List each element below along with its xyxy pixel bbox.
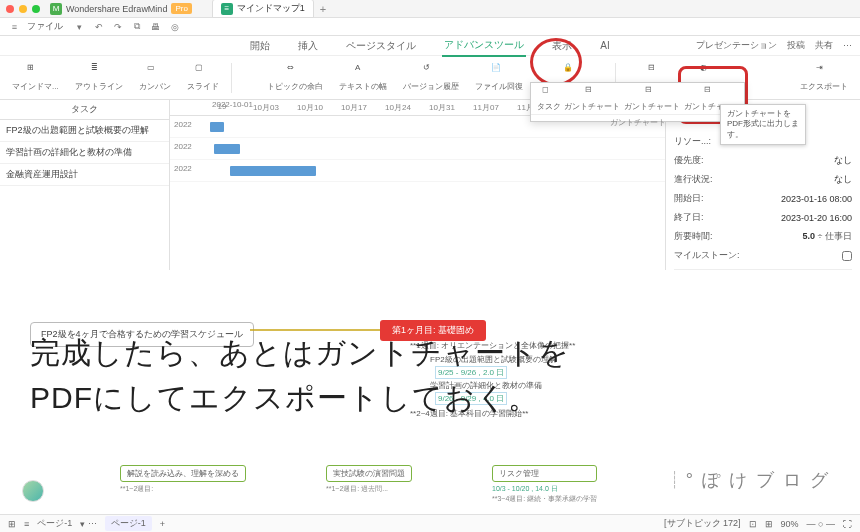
new-tab-button[interactable]: + — [320, 3, 326, 15]
mini-topic[interactable]: リスク管理 — [492, 465, 597, 482]
page-selector[interactable]: ページ-1 — [37, 517, 72, 530]
version-history[interactable]: ↺バージョン履歴 — [397, 61, 465, 94]
file-menu[interactable]: ファイル — [27, 20, 63, 33]
task-row[interactable]: 金融資産運用設計 — [0, 164, 169, 186]
add-page[interactable]: + — [160, 519, 165, 529]
close-window[interactable] — [6, 5, 14, 13]
blog-watermark: ┊° ぽ け ブ ロ グ — [666, 468, 830, 492]
text-width[interactable]: Aテキストの幅 — [333, 61, 393, 94]
dd-gantt2[interactable]: ⊟ガントチャート — [624, 85, 680, 112]
zoom-value[interactable]: 90% — [781, 519, 799, 529]
dd-gantt1[interactable]: ⊟ガントチャート — [564, 85, 620, 112]
pro-badge: Pro — [171, 3, 191, 14]
doc-tab-label: マインドマップ1 — [237, 2, 305, 15]
tab-insert[interactable]: 挿入 — [296, 36, 320, 56]
preview-icon[interactable]: ◎ — [168, 20, 181, 33]
dd-footer: ガントチャート — [531, 114, 744, 130]
menubar: ≡ ファイル ▾ ↶ ↷ ⧉ 🖶 ◎ — [0, 18, 860, 36]
duration-value[interactable]: 5.0 — [803, 231, 816, 241]
layers-icon[interactable]: ⊞ — [8, 519, 16, 529]
list-icon[interactable]: ≡ — [24, 519, 29, 529]
save-icon[interactable]: ▾ — [73, 20, 86, 33]
minimize-window[interactable] — [19, 5, 27, 13]
app-title: Wondershare EdrawMind — [66, 4, 167, 14]
tab-view[interactable]: 表示 — [550, 36, 574, 56]
task-row[interactable]: 学習計画の詳細化と教材の準備 — [0, 142, 169, 164]
header-actions: プレゼンテーション 投稿 共有 ⋯ — [696, 39, 852, 52]
tab-pagestyle[interactable]: ページスタイル — [344, 36, 418, 56]
more-icon[interactable]: ⋯ — [843, 41, 852, 51]
tab-advanced[interactable]: アドバンスツール — [442, 35, 526, 57]
document-tab[interactable]: ≡ マインドマップ1 — [212, 0, 314, 18]
gantt-dropdown: ◻タスク ⊟ガントチャート ⊟ガントチャート ⊟ガントチャー... ガントチャー… — [530, 82, 745, 122]
tab-start[interactable]: 開始 — [248, 36, 272, 56]
ribbon-tabs: 開始 挿入 ページスタイル アドバンスツール 表示 AI プレゼンテーション 投… — [0, 36, 860, 56]
view-kanban[interactable]: ▭カンバン — [133, 61, 177, 94]
end-label: 終了日: — [674, 211, 704, 224]
menu-icon[interactable]: ≡ — [8, 20, 21, 33]
redo-icon[interactable]: ↷ — [111, 20, 124, 33]
presentation-button[interactable]: プレゼンテーション — [696, 39, 777, 52]
task-row[interactable]: FP2級の出題範囲と試験概要の理解 — [0, 120, 169, 142]
progress-label: 進行状況: — [674, 173, 713, 186]
fit-icon[interactable]: ⊡ — [749, 519, 757, 529]
view-slide[interactable]: ▢スライド — [181, 61, 225, 94]
milestone-checkbox[interactable] — [842, 251, 852, 261]
app-icon: M — [50, 3, 62, 15]
doc-icon: ≡ — [221, 3, 233, 15]
export-button[interactable]: ⇥エクスポート — [794, 61, 854, 94]
view-mindmap[interactable]: ⊞マインドマ... — [6, 61, 65, 94]
topic-margin[interactable]: ⇔トピックの余白 — [261, 61, 329, 94]
start-label: 開始日: — [674, 192, 704, 205]
tasks-header: タスク — [0, 100, 169, 120]
subtopic-count: [サブトピック 172] — [664, 517, 741, 530]
undo-icon[interactable]: ↶ — [92, 20, 105, 33]
print-icon[interactable]: 🖶 — [149, 20, 162, 33]
tooltip: ガントチャートを PDF形式に出力しま す。 — [720, 104, 806, 145]
maximize-window[interactable] — [32, 5, 40, 13]
file-recover[interactable]: 📄ファイル回復 — [469, 61, 529, 94]
window-controls — [6, 5, 40, 13]
tasks-panel: タスク FP2級の出題範囲と試験概要の理解 学習計画の詳細化と教材の準備 金融資… — [0, 100, 170, 270]
page-tab[interactable]: ページ-1 — [105, 516, 152, 531]
duration-label: 所要時間: — [674, 230, 713, 243]
mini-topic[interactable]: 解説を読み込み、理解を深める — [120, 465, 246, 482]
gantt-row: 2022 — [170, 138, 665, 160]
progress-value[interactable]: なし — [834, 173, 852, 186]
gantt-month: 2022-10-01 — [212, 100, 253, 109]
grid-icon[interactable]: ⊞ — [765, 519, 773, 529]
annotation-text: 完成したら、あとはガントチャートを PDFにしてエクスポートしておく。 — [30, 330, 570, 420]
resource-label: リソー...: — [674, 135, 711, 148]
start-value[interactable]: 2023-01-16 08:00 — [781, 194, 852, 204]
titlebar: M Wondershare EdrawMind Pro ≡ マインドマップ1 + — [0, 0, 860, 18]
mini-trees: 解説を読み込み、理解を深める **1~2週目: 実技試験の演習問題 **1~2週… — [120, 465, 597, 504]
copy-icon[interactable]: ⧉ — [130, 20, 143, 33]
share-button[interactable]: 共有 — [815, 39, 833, 52]
priority-label: 優先度: — [674, 154, 704, 167]
post-button[interactable]: 投稿 — [787, 39, 805, 52]
view-outline[interactable]: ≣アウトライン — [69, 61, 129, 94]
tab-ai[interactable]: AI — [598, 37, 611, 54]
avatar[interactable] — [22, 480, 44, 502]
mini-topic[interactable]: 実技試験の演習問題 — [326, 465, 412, 482]
gantt-row: 2022 — [170, 160, 665, 182]
fullscreen-icon[interactable]: ⛶ — [843, 519, 852, 529]
milestone-label: マイルストーン: — [674, 249, 740, 262]
priority-value[interactable]: なし — [834, 154, 852, 167]
dd-task[interactable]: ◻タスク — [537, 85, 561, 112]
statusbar: ⊞ ≡ ページ-1 ▾ ⋯ ページ-1 + [サブトピック 172] ⊡ ⊞ 9… — [0, 514, 860, 532]
end-value[interactable]: 2023-01-20 16:00 — [781, 213, 852, 223]
